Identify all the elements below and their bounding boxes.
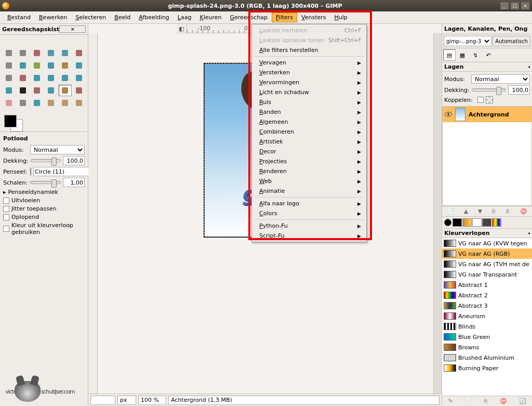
tool-perspective-clone[interactable] (73, 97, 86, 109)
filters-versterken[interactable]: Versterken▶ (252, 68, 366, 77)
active-brush-indicator[interactable] (444, 219, 451, 226)
ruler-origin-box[interactable]: ◧ (177, 24, 187, 33)
auto-button[interactable]: Automatisch (493, 36, 530, 46)
anchor-layer-icon[interactable]: ⚓ (505, 208, 510, 215)
tool-crop[interactable] (16, 72, 29, 84)
gradient-row[interactable]: Brushed Aluminium (442, 352, 532, 363)
filters-vervormingen[interactable]: Vervormingen▶ (252, 77, 366, 87)
tool-move[interactable] (73, 60, 86, 71)
gradient-row[interactable]: Burning Paper (442, 363, 532, 373)
tool-foreground-select[interactable] (2, 60, 15, 71)
tool-align[interactable] (2, 72, 15, 84)
tool-scale[interactable] (44, 72, 57, 84)
tool-heal[interactable] (59, 97, 72, 109)
filters-decor[interactable]: Decor▶ (252, 147, 366, 156)
tool-paths[interactable] (16, 60, 29, 71)
gradient-row[interactable]: Blinds (442, 321, 532, 332)
delete-layer-icon[interactable]: ⛔ (520, 208, 527, 215)
tool-zoom[interactable] (44, 60, 57, 71)
menu-gereedschap[interactable]: Gereedschap (226, 12, 272, 22)
swatch-4[interactable] (492, 218, 501, 227)
filters-renderen[interactable]: Renderen▶ (252, 166, 366, 176)
tab-layers-icon[interactable]: ▤ (443, 49, 456, 61)
scale-slider[interactable] (30, 181, 61, 184)
filters-vervagen[interactable]: Vervagen▶ (252, 58, 366, 68)
tool-rect-select[interactable] (2, 47, 15, 59)
duplicate-layer-icon[interactable]: ⎘ (492, 208, 496, 215)
tool-flip[interactable] (2, 85, 15, 96)
layer-list[interactable]: Achtergrond (442, 106, 532, 206)
edit-gradient-icon[interactable]: ✎ (448, 398, 453, 404)
tool-by-color-select[interactable] (59, 47, 72, 59)
layer-name[interactable]: Achtergrond (469, 111, 509, 118)
tab-channels-icon[interactable]: ▦ (456, 49, 469, 61)
duplicate-gradient-icon[interactable]: ⎘ (484, 398, 488, 404)
option-jitter-toepassen-checkbox[interactable] (3, 206, 9, 212)
gradients-menu-arrow-icon[interactable]: ◂ (528, 231, 530, 235)
tool-blend[interactable] (44, 85, 57, 96)
filters-web[interactable]: Web▶ (252, 176, 366, 186)
close-button[interactable]: × (521, 2, 530, 10)
tab-undo-icon[interactable]: ↶ (482, 49, 495, 61)
opacity-value[interactable]: 100,0 (63, 156, 85, 165)
tool-color-picker[interactable] (30, 60, 43, 71)
lock-alpha-checkbox[interactable] (477, 97, 484, 103)
layers-menu-arrow-icon[interactable]: ◂ (528, 64, 530, 69)
new-gradient-icon[interactable]: 📄 (465, 398, 472, 404)
filters-colors[interactable]: Colors▶ (252, 208, 366, 218)
color-wells[interactable] (3, 114, 85, 132)
brush-preview-icon[interactable] (30, 167, 31, 176)
filters-alle-filters-herstellen[interactable]: Alle filters herstellen (252, 45, 366, 55)
option-uitvloeien-checkbox[interactable] (3, 198, 9, 204)
swatch-3[interactable] (482, 218, 491, 227)
gradient-row[interactable]: VG naar Transparant (442, 269, 532, 280)
tool-rotate[interactable] (30, 72, 43, 84)
toolbox-close-button[interactable]: × (59, 25, 86, 33)
opacity-slider[interactable] (31, 159, 61, 162)
vertical-scrollbar[interactable] (433, 33, 442, 394)
menu-bestand[interactable]: Bestand (3, 12, 35, 22)
raise-layer-icon[interactable]: ▲ (464, 208, 468, 215)
tool-ellipse-select[interactable] (16, 47, 29, 59)
filters-algemeen[interactable]: Algemeen▶ (252, 117, 366, 127)
menu-filters[interactable]: Filters (272, 12, 297, 22)
tool-fuzzy-select[interactable] (44, 47, 57, 59)
zoom-selector[interactable]: 100 % (138, 396, 166, 405)
gradient-row[interactable]: VG naar AG (TVH met de (442, 259, 532, 269)
option-oplopend-checkbox[interactable] (3, 214, 9, 220)
gradient-row[interactable]: Abstract 3 (442, 300, 532, 311)
tool-eraser[interactable] (2, 97, 15, 109)
image-selector[interactable]: gimp-...png-3 (444, 36, 491, 46)
maximize-button[interactable]: □ (510, 2, 520, 10)
gradient-row[interactable]: Abstract 1 (442, 280, 532, 290)
swatch-1[interactable] (462, 218, 472, 227)
gradient-list[interactable]: VG naar AG (KVW tegenVG naar AG (RGB)VG … (442, 238, 532, 396)
menu-bewerken[interactable]: Bewerken (35, 12, 71, 22)
swatch-2[interactable] (472, 218, 482, 227)
filters-animatie[interactable]: Animatie▶ (252, 186, 366, 196)
filters-artistiek[interactable]: Artistiek▶ (252, 137, 366, 147)
unit-selector[interactable]: px (117, 396, 136, 405)
tool-bucket-fill[interactable] (30, 85, 43, 96)
tab-paths-icon[interactable]: ↯ (469, 49, 482, 61)
tool-perspective[interactable] (73, 72, 86, 84)
minimize-button[interactable]: _ (500, 2, 509, 10)
gradient-row[interactable]: VG naar AG (RGB) (442, 248, 532, 259)
tool-shear[interactable] (59, 72, 72, 84)
new-layer-icon[interactable]: 📄 (447, 208, 454, 215)
tool-clone[interactable] (44, 97, 57, 109)
menu-vensters[interactable]: Vensters (297, 12, 330, 22)
layer-visibility-icon[interactable] (445, 112, 452, 117)
foreground-color[interactable] (4, 115, 17, 127)
lower-layer-icon[interactable]: ▼ (478, 208, 482, 215)
menu-afbeelding[interactable]: Afbeelding (135, 12, 174, 22)
tool-pencil[interactable] (59, 85, 72, 96)
layer-opacity-value[interactable]: 100,0 (508, 85, 530, 95)
filters-projecties[interactable]: Projecties▶ (252, 156, 366, 166)
menu-hulp[interactable]: Hulp (330, 12, 352, 22)
refresh-gradient-icon[interactable]: 🔄 (519, 398, 526, 404)
gradient-row[interactable]: VG naar AG (KVW tegen (442, 238, 532, 248)
filters-script-fu[interactable]: Script-Fu▶ (252, 231, 366, 241)
menu-beeld[interactable]: Beeld (110, 12, 135, 22)
menu-kleuren[interactable]: Kleuren (195, 12, 225, 22)
